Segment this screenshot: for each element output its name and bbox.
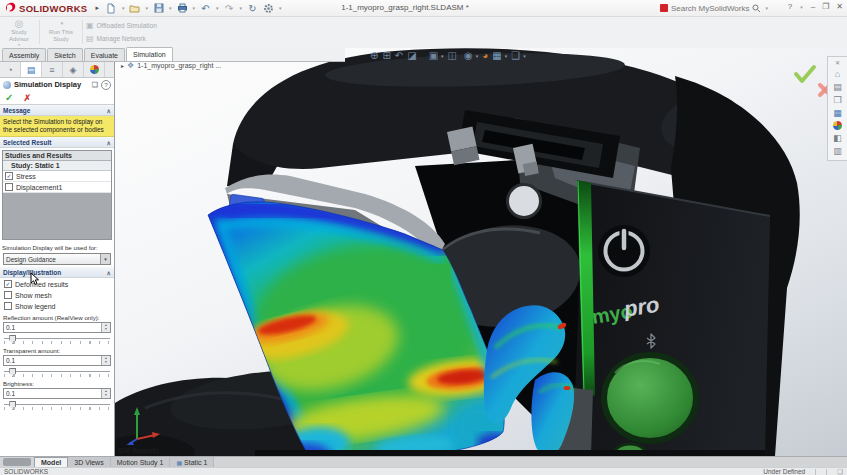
feature-tree-item[interactable]: ▸ ❖ 1-1_myopro_grasp_right ... [121, 61, 221, 70]
caret-icon[interactable]: ▾ [216, 5, 219, 11]
slider-thumb[interactable] [9, 335, 16, 344]
brightness-spinner[interactable]: 0.1 ▴▾ [3, 388, 111, 399]
custom-properties-icon[interactable]: ▥ [833, 146, 842, 156]
result-row-stress[interactable]: ✓ Stress [3, 171, 111, 182]
option-show-mesh[interactable]: Show mesh [0, 289, 114, 300]
new-document-icon[interactable] [105, 2, 118, 15]
manage-network-button[interactable]: ▤ Manage Network [86, 34, 157, 43]
print-icon[interactable] [176, 2, 189, 15]
zoom-area-icon[interactable]: ⊞ [382, 50, 390, 61]
study-row[interactable]: Study: Static 1 [3, 161, 111, 171]
search-input[interactable]: Search MySolidWorks [671, 4, 750, 13]
task-pane-close-icon[interactable]: ✕ [835, 59, 840, 66]
collapse-chevron-icon[interactable]: ∧ [107, 107, 111, 114]
caret-icon[interactable]: ▾ [169, 5, 172, 11]
reflection-spinner[interactable]: 0.1 ▴▾ [3, 322, 111, 333]
display-section-header[interactable]: Display/Illustration ∧ [0, 267, 114, 278]
design-library-icon[interactable]: ▤ [833, 82, 842, 92]
hide-show-items-icon[interactable]: ◉ [464, 50, 473, 61]
result-row-displacement[interactable]: Displacement1 [3, 182, 111, 193]
dropdown-caret-icon[interactable]: ▾ [100, 254, 110, 264]
caret-icon[interactable]: ▾ [765, 5, 768, 11]
caret-icon[interactable]: ▾ [240, 5, 243, 11]
search-mysolidworks[interactable]: Search MySolidWorks ▾ [660, 2, 769, 14]
spin-down-icon[interactable]: ▾ [102, 394, 110, 399]
tab-simulation[interactable]: Simulation [126, 47, 173, 61]
zoom-fit-icon[interactable]: ⊕ [370, 50, 378, 61]
minimize-button[interactable]: – [811, 2, 815, 11]
tree-expander-icon[interactable]: ▸ [121, 62, 124, 69]
close-button[interactable]: ✕ [836, 2, 843, 11]
configurationmanager-tab[interactable]: ≡ [42, 62, 63, 77]
slider-thumb[interactable] [9, 401, 16, 410]
tab-sketch[interactable]: Sketch [47, 48, 82, 61]
edit-appearance-icon[interactable]: ◕ [482, 50, 488, 61]
appearances-icon[interactable] [833, 121, 842, 130]
run-study-button[interactable]: ◔ Run This Study [44, 19, 78, 42]
slider-thumb[interactable] [9, 368, 16, 377]
checkbox-checked[interactable]: ✓ [4, 280, 12, 288]
propertymanager-tab[interactable]: ▤ [21, 62, 42, 77]
confirm-ok-button[interactable] [793, 64, 817, 85]
tree-item-label[interactable]: 1-1_myopro_grasp_right ... [137, 62, 221, 69]
checkbox-unchecked[interactable] [4, 291, 12, 299]
displaymanager-tab[interactable] [84, 62, 105, 77]
rebuild-icon[interactable]: ↻ [246, 2, 259, 15]
spin-down-icon[interactable]: ▾ [102, 328, 110, 333]
feedback-icon[interactable]: ❏ [92, 81, 98, 89]
tab-model[interactable]: Model [34, 457, 68, 467]
collapse-chevron-icon[interactable]: ∧ [107, 139, 111, 146]
cancel-button[interactable]: ✗ [23, 93, 31, 103]
3d-viewport-canvas[interactable]: myo pro [115, 48, 847, 456]
study-advisor-button[interactable]: ◎ Study Advisor ▾ [2, 19, 36, 49]
caret-icon[interactable]: ▾ [193, 5, 196, 11]
view-palette-icon[interactable]: ▦ [833, 108, 842, 118]
ok-button[interactable]: ✓ [5, 92, 13, 103]
options-gear-icon[interactable] [262, 2, 275, 15]
restore-button[interactable]: ❐ [822, 2, 829, 11]
scenes-icon[interactable]: ◧ [833, 133, 842, 143]
caret-icon[interactable]: ▾ [145, 5, 148, 11]
collapse-chevron-icon[interactable]: ∧ [107, 269, 111, 276]
brightness-slider[interactable] [4, 401, 110, 410]
caret-icon[interactable]: ▾ [122, 5, 125, 11]
previous-view-icon[interactable]: ↶ [395, 50, 403, 61]
caret-icon[interactable]: ▾ [279, 5, 282, 11]
section-view-icon[interactable]: ◪ [407, 50, 416, 61]
menu-expander-icon[interactable]: ▸ [95, 4, 99, 12]
view-settings-icon[interactable]: ❑ [511, 50, 520, 61]
caret-icon[interactable]: ▾ [800, 4, 803, 10]
display-style-icon[interactable]: ◫ [448, 50, 457, 61]
open-document-icon[interactable] [128, 2, 141, 15]
tab-3d-views[interactable]: 3D Views [68, 457, 110, 467]
tab-scroll-control[interactable] [3, 458, 31, 466]
spin-down-icon[interactable]: ▾ [102, 361, 110, 366]
tab-evaluate[interactable]: Evaluate [84, 48, 125, 61]
help-button[interactable]: ? [788, 2, 792, 11]
transparent-spinner[interactable]: 0.1 ▴▾ [3, 355, 111, 366]
tab-motion-study[interactable]: Motion Study 1 [111, 457, 171, 467]
checkbox-unchecked[interactable] [4, 302, 12, 310]
editing-pane-icon[interactable]: ❏ [837, 468, 843, 475]
view-orientation-icon[interactable]: ▣ [429, 50, 438, 61]
offloaded-simulation-button[interactable]: ▣ Offloaded Simulation [86, 21, 157, 30]
file-explorer-icon[interactable]: ❒ [833, 95, 841, 105]
apply-scene-icon[interactable]: ▦ [492, 50, 501, 61]
tab-static-1[interactable]: ▦ Static 1 [170, 457, 214, 467]
undo-icon[interactable]: ↶ [199, 2, 212, 15]
checkbox-unchecked[interactable] [5, 183, 13, 191]
transparent-slider[interactable] [4, 368, 110, 377]
search-icon[interactable] [752, 4, 761, 13]
dimxpertmanager-tab[interactable]: ◈ [63, 62, 84, 77]
save-icon[interactable] [152, 2, 165, 15]
selected-result-header[interactable]: Selected Result ∧ [0, 137, 114, 148]
option-deformed-results[interactable]: ✓ Deformed results [0, 278, 114, 289]
message-section-header[interactable]: Message ∧ [0, 105, 114, 116]
redo-icon[interactable]: ↷ [223, 2, 236, 15]
tab-assembly[interactable]: Assembly [2, 48, 46, 61]
featuremanager-tab[interactable]: ◔ [0, 62, 21, 77]
checkbox-checked[interactable]: ✓ [5, 172, 13, 180]
help-icon[interactable]: ? [101, 80, 111, 90]
used-for-dropdown[interactable]: Design Guidance ▾ [3, 253, 111, 265]
home-icon[interactable]: ⌂ [835, 69, 840, 79]
